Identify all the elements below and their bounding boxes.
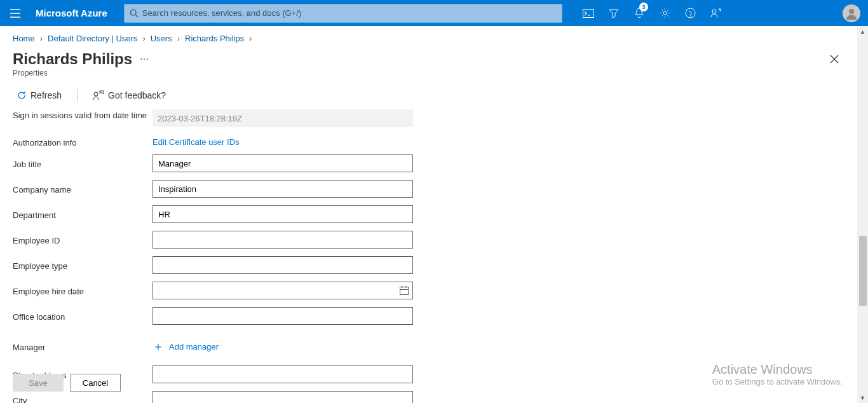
svg-point-0: [130, 10, 136, 15]
search-icon: [130, 9, 139, 18]
calendar-icon: [399, 285, 409, 296]
department-input[interactable]: [153, 205, 413, 223]
job-title-input[interactable]: [153, 154, 413, 172]
employee-hire-date-label: Employee hire date: [13, 285, 153, 296]
help-icon: [685, 8, 696, 18]
svg-line-1: [135, 15, 138, 17]
footer-actions: Save Cancel: [13, 374, 121, 392]
brand-label: Microsoft Azure: [31, 8, 119, 18]
gear-icon: [660, 8, 670, 18]
job-title-label: Job title: [13, 158, 153, 169]
feedback-icon: [93, 90, 104, 100]
refresh-label: Refresh: [31, 90, 62, 100]
chevron-right-icon: ›: [249, 34, 252, 43]
employee-type-input[interactable]: [153, 256, 413, 274]
filter-icon: [609, 8, 619, 18]
menu-button[interactable]: [0, 0, 31, 26]
page-toolbar: Refresh Got feedback?: [0, 84, 868, 109]
employee-id-input[interactable]: [153, 231, 413, 249]
svg-point-4: [686, 8, 695, 18]
chevron-right-icon: ›: [142, 34, 145, 43]
settings-button[interactable]: [652, 0, 677, 26]
signin-sessions-value: 2023-03-26T18:28:19Z: [153, 109, 413, 127]
company-name-label: Company name: [13, 184, 153, 195]
feedback-top-button[interactable]: [703, 0, 728, 26]
save-button[interactable]: Save: [13, 374, 64, 392]
breadcrumb: Home › Default Directory | Users › Users…: [0, 26, 868, 47]
top-bar: Microsoft Azure 3: [0, 0, 868, 26]
hamburger-icon: [10, 9, 20, 18]
breadcrumb-directory[interactable]: Default Directory | Users: [48, 34, 137, 43]
feedback-button[interactable]: Got feedback?: [89, 88, 170, 103]
scrollbar-thumb[interactable]: [859, 236, 867, 306]
page-title: Richards Philips: [13, 50, 132, 68]
notification-badge: 3: [639, 3, 648, 11]
cloud-shell-icon: [583, 9, 594, 18]
authorization-info-label: Authorization info: [13, 137, 153, 147]
help-button[interactable]: [677, 0, 703, 26]
svg-point-5: [689, 15, 690, 16]
account-avatar[interactable]: [843, 4, 860, 22]
calendar-picker-button[interactable]: [399, 285, 409, 296]
chevron-right-icon: ›: [40, 34, 43, 43]
top-icons: 3: [576, 0, 728, 26]
svg-point-7: [849, 9, 854, 14]
office-location-input[interactable]: [153, 307, 413, 325]
cloud-shell-button[interactable]: [576, 0, 601, 26]
breadcrumb-user[interactable]: Richards Philips: [185, 34, 244, 43]
street-address-input[interactable]: [153, 365, 413, 383]
properties-form: Sign in sessions valid from date time 20…: [0, 109, 868, 403]
directory-filter-button[interactable]: [601, 0, 627, 26]
breadcrumb-home[interactable]: Home: [13, 34, 35, 43]
search-box[interactable]: [124, 4, 562, 23]
feedback-label: Got feedback?: [108, 90, 166, 100]
avatar-icon: [845, 7, 858, 20]
refresh-button[interactable]: Refresh: [13, 88, 65, 103]
close-button[interactable]: [825, 50, 844, 69]
scroll-down-arrow[interactable]: ▼: [857, 392, 868, 403]
edit-certificate-link[interactable]: Edit Certificate user IDs: [153, 137, 240, 147]
department-label: Department: [13, 209, 153, 220]
toolbar-divider: [77, 89, 78, 102]
plus-icon: ＋: [153, 341, 164, 352]
employee-hire-date-input[interactable]: [153, 282, 413, 299]
svg-point-3: [663, 11, 667, 15]
scroll-up-arrow[interactable]: ▲: [857, 26, 868, 37]
search-wrapper: [124, 4, 562, 23]
more-actions-button[interactable]: ⋯: [140, 54, 150, 64]
signin-sessions-label: Sign in sessions valid from date time: [13, 109, 153, 120]
svg-point-6: [712, 10, 716, 13]
employee-type-label: Employee type: [13, 260, 153, 271]
city-input[interactable]: [153, 391, 413, 403]
svg-rect-2: [583, 9, 594, 17]
office-location-label: Office location: [13, 311, 153, 322]
close-icon: [830, 55, 839, 64]
cancel-button[interactable]: Cancel: [70, 374, 121, 392]
page-subtitle: Properties: [0, 69, 868, 84]
city-label: City: [13, 395, 153, 404]
notifications-button[interactable]: 3: [627, 0, 652, 26]
add-manager-label: Add manager: [169, 342, 219, 352]
person-feedback-icon: [710, 8, 721, 18]
svg-point-8: [94, 92, 98, 96]
svg-rect-9: [400, 287, 409, 295]
vertical-scrollbar[interactable]: ▲ ▼: [857, 26, 868, 403]
chevron-right-icon: ›: [177, 34, 180, 43]
refresh-icon: [17, 90, 27, 100]
search-input[interactable]: [142, 8, 557, 18]
add-manager-button[interactable]: ＋ Add manager: [153, 341, 413, 352]
breadcrumb-users[interactable]: Users: [151, 34, 172, 43]
company-name-input[interactable]: [153, 180, 413, 198]
title-bar: Richards Philips ⋯: [0, 47, 868, 69]
employee-id-label: Employee ID: [13, 235, 153, 245]
manager-label: Manager: [13, 341, 153, 352]
